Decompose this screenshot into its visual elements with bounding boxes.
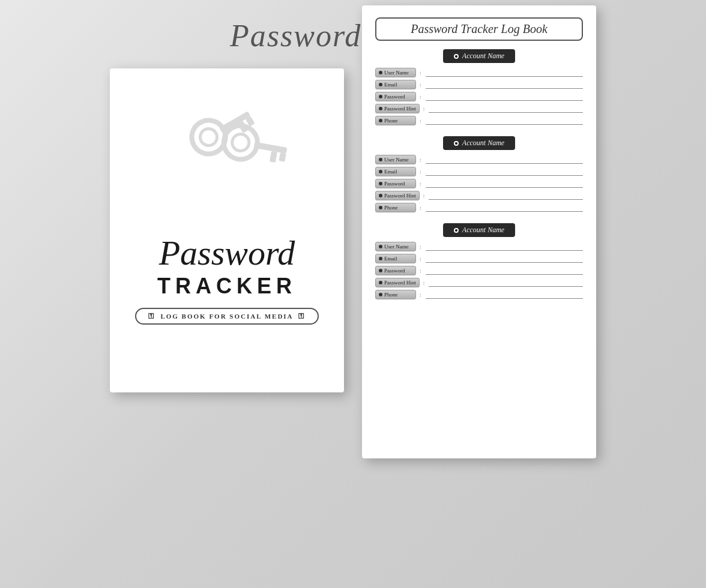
account-section-3: Account Name User Name : Email : Passwor…	[375, 223, 583, 302]
field-phone-2: Phone :	[375, 203, 583, 212]
key-icon-left: ⚿	[148, 313, 155, 319]
logbook-title: Password Tracker Log Book	[375, 17, 583, 41]
cover-password-text: Password	[159, 236, 295, 271]
field-password-2: Password :	[375, 179, 583, 188]
right-card: Password Tracker Log Book Account Name U…	[362, 5, 596, 458]
account-name-badge-1: Account Name	[443, 49, 515, 63]
account-name-badge-2: Account Name	[443, 136, 515, 150]
field-password-hint-3: Password Hint :	[375, 278, 583, 287]
svg-point-6	[231, 133, 250, 152]
keys-icon	[173, 98, 281, 194]
cover-text: Password TRACKER ⚿ LOG BOOK FOR SOCIAL M…	[135, 188, 318, 371]
field-username-1: User Name :	[375, 68, 583, 77]
field-password-hint-1: Password Hint :	[375, 104, 583, 113]
cover-tracker-text: TRACKER	[157, 274, 297, 299]
svg-rect-7	[254, 142, 288, 154]
key-icon-right: ⚿	[298, 313, 306, 319]
field-phone-3: Phone :	[375, 290, 583, 299]
field-password-1: Password :	[375, 92, 583, 101]
account-section-2: Account Name User Name : Email : Passwor…	[375, 136, 583, 215]
field-username-3: User Name :	[375, 242, 583, 251]
svg-rect-9	[279, 152, 286, 162]
account-name-badge-3: Account Name	[443, 223, 515, 237]
field-password-3: Password :	[375, 266, 583, 275]
cover-logbook-label: ⚿ LOG BOOK FOR SOCIAL MEDIA ⚿	[135, 308, 318, 325]
account-dot-2	[454, 141, 459, 146]
field-password-hint-2: Password Hint :	[375, 191, 583, 200]
account-section-1: Account Name User Name : Email : Passwor…	[375, 49, 583, 128]
svg-point-1	[197, 125, 220, 148]
account-dot-1	[454, 54, 459, 59]
field-email-2: Email :	[375, 167, 583, 176]
field-email-1: Email :	[375, 80, 583, 89]
account-dot-3	[454, 228, 459, 233]
field-phone-1: Phone :	[375, 116, 583, 125]
left-card: Password TRACKER ⚿ LOG BOOK FOR SOCIAL M…	[110, 68, 344, 392]
svg-rect-8	[270, 151, 277, 163]
field-email-3: Email :	[375, 254, 583, 263]
field-username-2: User Name :	[375, 155, 583, 164]
